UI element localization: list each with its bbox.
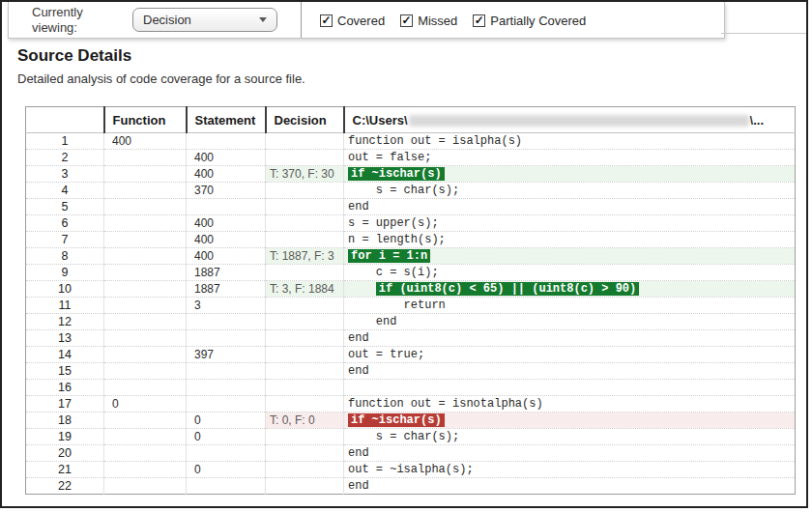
code-cell: if (uint8(c) < 65) || (uint8(c) > 90) xyxy=(344,281,796,298)
code-text: return xyxy=(404,299,446,312)
decision-count-cell xyxy=(266,199,344,215)
code-cell: return xyxy=(344,298,796,314)
decision-count-cell xyxy=(266,396,344,412)
table-row: 3400T: 370, F: 30if ~ischar(s) xyxy=(26,166,796,183)
table-row: 210out = ~isalpha(s); xyxy=(26,462,796,478)
code-text: s = upper(s); xyxy=(348,216,439,230)
checkbox-check-icon[interactable]: ✓ xyxy=(400,14,413,27)
statement-count-cell: 397 xyxy=(187,347,266,363)
statement-count-cell: 0 xyxy=(187,429,266,445)
function-count-cell xyxy=(104,265,187,281)
statement-count-cell xyxy=(187,478,266,495)
line-number-cell: 20 xyxy=(26,445,104,462)
function-count-cell xyxy=(104,363,187,380)
decision-count-cell xyxy=(266,133,344,150)
function-count-cell xyxy=(104,330,187,347)
app-window: Currently viewing: Decision ✓Covered✓Mis… xyxy=(0,0,808,508)
decision-count-cell xyxy=(266,462,344,478)
code-text: end xyxy=(348,200,369,213)
table-row: 180T: 0, F: 0if ~ischar(s) xyxy=(26,412,796,429)
decision-count-cell xyxy=(266,298,344,314)
table-row: 14397out = true; xyxy=(26,347,796,363)
header-divider-line xyxy=(721,33,806,34)
decision-count-cell: T: 3, F: 1884 xyxy=(266,281,344,298)
code-text: out = ~isalpha(s); xyxy=(348,463,474,476)
code-cell: n = length(s); xyxy=(344,232,796,248)
metric-dropdown[interactable]: Decision xyxy=(132,8,277,32)
statement-count-cell xyxy=(187,445,266,462)
table-row: 16 xyxy=(26,380,796,396)
code-cell xyxy=(344,380,796,396)
highlighted-code: for i = 1:n xyxy=(348,249,430,263)
line-number-column-header xyxy=(26,107,104,133)
statement-count-cell xyxy=(187,133,266,150)
currently-viewing-line2: viewing: xyxy=(32,20,83,36)
checkbox-check-icon[interactable]: ✓ xyxy=(320,14,333,27)
statement-count-cell: 400 xyxy=(187,232,266,248)
line-number-cell: 13 xyxy=(26,330,104,347)
line-number-cell: 15 xyxy=(26,363,104,380)
statement-count-cell xyxy=(187,380,266,396)
decision-count-cell xyxy=(266,183,344,199)
function-count-cell xyxy=(104,166,187,183)
code-text: function out = isalpha(s) xyxy=(348,134,522,148)
function-count-cell xyxy=(104,183,187,199)
redacted-path-block xyxy=(409,115,749,127)
code-cell: end xyxy=(344,314,796,330)
page-title: Source Details xyxy=(17,46,131,66)
code-text: c = s(i); xyxy=(376,266,439,279)
function-count-cell: 0 xyxy=(104,396,187,412)
line-number-cell: 4 xyxy=(26,183,104,199)
statement-count-cell: 1887 xyxy=(187,265,266,281)
decision-count-cell xyxy=(266,347,344,363)
checkbox-check-icon[interactable]: ✓ xyxy=(473,14,485,27)
line-number-cell: 8 xyxy=(26,248,104,265)
table-row: 113 return xyxy=(26,298,796,314)
statement-count-cell: 400 xyxy=(187,248,266,265)
function-count-cell xyxy=(104,215,187,232)
code-cell: out = false; xyxy=(344,150,796,166)
table-row: 15end xyxy=(26,363,796,380)
checkbox-label: Partially Covered xyxy=(490,14,586,28)
highlighted-code: if (uint8(c) < 65) || (uint8(c) > 90) xyxy=(376,282,639,296)
checkbox-partially-covered[interactable]: ✓Partially Covered xyxy=(473,14,586,28)
code-cell: s = char(s); xyxy=(344,183,796,199)
code-text: n = length(s); xyxy=(348,233,446,246)
code-text: s = char(s); xyxy=(376,430,459,443)
statement-count-cell: 400 xyxy=(187,150,266,166)
line-number-cell: 19 xyxy=(26,429,104,445)
line-number-cell: 3 xyxy=(26,166,104,183)
checkbox-missed[interactable]: ✓Missed xyxy=(400,14,457,28)
page-subtitle: Detailed analysis of code coverage for a… xyxy=(17,71,305,86)
function-count-cell xyxy=(104,347,187,363)
code-cell: function out = isnotalpha(s) xyxy=(344,396,796,412)
code-cell: end xyxy=(344,445,796,462)
code-cell: s = char(s); xyxy=(344,429,796,445)
code-text: end xyxy=(348,479,369,493)
statement-count-cell: 3 xyxy=(187,298,266,314)
decision-count-cell xyxy=(266,478,344,495)
metric-dropdown-value: Decision xyxy=(143,13,191,27)
statement-count-cell: 0 xyxy=(187,462,266,478)
code-text: out = false; xyxy=(348,151,431,164)
line-number-cell: 1 xyxy=(26,133,104,150)
decision-count-cell xyxy=(266,445,344,462)
table-row: 1400function out = isalpha(s) xyxy=(26,133,796,150)
decision-count-cell xyxy=(266,314,344,330)
code-cell: end xyxy=(344,330,796,347)
function-count-cell xyxy=(104,429,187,445)
statement-count-cell xyxy=(187,199,266,215)
code-text: end xyxy=(348,331,369,345)
decision-count-cell xyxy=(266,265,344,281)
statement-count-cell: 1887 xyxy=(187,281,266,298)
decision-count-cell xyxy=(266,330,344,347)
statement-count-cell: 400 xyxy=(187,215,266,232)
code-cell: s = upper(s); xyxy=(344,215,796,232)
line-number-cell: 17 xyxy=(26,396,104,412)
code-cell: function out = isalpha(s) xyxy=(344,133,796,150)
decision-count-cell: T: 1887, F: 3 xyxy=(266,248,344,265)
checkbox-covered[interactable]: ✓Covered xyxy=(320,14,385,28)
line-number-cell: 16 xyxy=(26,380,104,396)
function-count-cell xyxy=(104,298,187,314)
statement-count-cell: 370 xyxy=(187,183,266,199)
